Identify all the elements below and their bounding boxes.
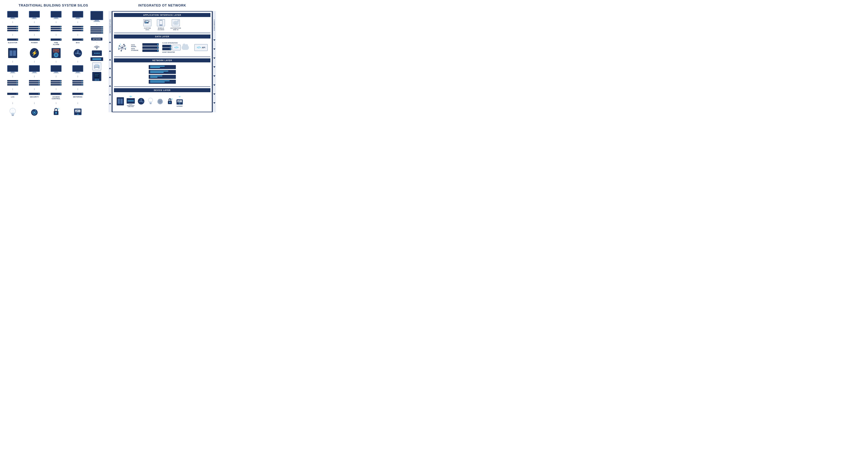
arrow-up-8 (109, 103, 111, 104)
elevator-col (4, 11, 22, 19)
lcs-label: LCS (11, 96, 14, 98)
svg-rect-27 (95, 64, 99, 66)
connectors-5 (4, 88, 87, 90)
svg-rect-5 (11, 114, 14, 116)
fire-col (47, 11, 65, 19)
automation-ai-item: AI AUTOMATION AND AI (170, 19, 181, 31)
fire-alarm-icon: FIRE (52, 48, 61, 58)
power-icon: ⚡ (30, 48, 39, 58)
arrow-up-7 (109, 94, 111, 95)
arrow-down-4 (213, 66, 215, 68)
automation-ai-label: AUTOMATION AND AI (170, 27, 181, 31)
svg-rect-91 (159, 99, 161, 100)
svg-rect-49 (149, 21, 150, 21)
fire-label: FIRE ALARM (53, 42, 59, 45)
svg-point-19 (58, 109, 59, 110)
svg-rect-6 (12, 116, 14, 116)
svg-rect-23 (77, 114, 79, 114)
svg-point-90 (159, 101, 161, 102)
lock-icon (52, 107, 61, 117)
arrow-down-7 (213, 94, 215, 95)
network-monitor (90, 11, 103, 22)
router-icon (92, 51, 102, 56)
switch-icon (90, 57, 103, 61)
svg-rect-48 (149, 21, 150, 22)
power-monitor (29, 11, 40, 19)
elevator-monitor (7, 11, 18, 19)
info-label: INFORMATION (109, 19, 111, 33)
svg-point-29 (98, 66, 99, 66)
network-layer-content (114, 62, 210, 87)
monitor-row-2 (4, 65, 87, 73)
device-bulb (148, 97, 154, 105)
wifi-router (92, 44, 102, 56)
automation-ai-icon: AI (172, 19, 180, 26)
arrow-down-3 (213, 58, 215, 59)
asset-register-label: ASSET REGISTER (162, 51, 189, 53)
strip-row: ELEVATOR POWER FIRE ALARM BAS (4, 38, 87, 45)
left-title: TRADITIONAL BUILDING SYSTEM SILOS (19, 4, 88, 7)
svg-text:AI: AI (177, 20, 179, 22)
ot-network-box: APPLICATION/ INTERFACE LAYER (112, 11, 212, 112)
svg-point-24 (96, 48, 97, 49)
api-box: </> API (194, 44, 208, 51)
security-monitor (29, 65, 40, 73)
svg-rect-26 (95, 66, 99, 67)
data-layer-header: DATA LAYER (114, 35, 210, 38)
custom-guis-item: CUSTOM GUIs (143, 19, 151, 31)
svg-point-56 (174, 21, 175, 23)
main-container: TRADITIONAL BUILDING SYSTEM SILOS (4, 4, 214, 120)
svg-point-22 (78, 112, 78, 112)
lcs-monitor (7, 65, 18, 73)
svg-rect-47 (147, 21, 147, 22)
server-row-2 (4, 80, 87, 86)
svg-point-95 (172, 100, 172, 100)
api-section: </> API (194, 44, 208, 51)
arrow-up-5 (109, 76, 111, 78)
app-layer-content: CUSTOM GUIs (114, 17, 210, 33)
phone-icon (92, 72, 101, 81)
bottom-icons-row (4, 107, 87, 118)
commands-label: COMMANDS (214, 20, 215, 31)
device-elevator (117, 97, 124, 105)
svg-rect-86 (150, 103, 152, 104)
svg-rect-54 (160, 20, 161, 21)
svg-point-35 (95, 80, 96, 80)
access-label: ACCESS CONTROL (52, 96, 60, 100)
svg-rect-43 (145, 23, 146, 23)
network-layer-header: NETWORK LAYER (114, 58, 210, 62)
svg-rect-52 (160, 21, 162, 24)
connectors-2 (4, 34, 87, 36)
device-layer-header: DEVICE LAYER (114, 88, 210, 92)
arrow-up-2 (109, 50, 111, 52)
svg-point-82 (130, 97, 131, 97)
mobile-item: MOBILE ACCESS (157, 19, 165, 31)
device-camera (156, 98, 164, 105)
connectors-6 (4, 102, 87, 104)
cloud-server-row: </> (162, 45, 189, 51)
arrow-down-5 (213, 75, 215, 77)
svg-point-13 (33, 111, 35, 113)
svg-rect-50 (149, 21, 150, 22)
data-storage-label: DATA STORAGE (131, 48, 139, 51)
right-title: INTEGRATED OT NETWORK (138, 4, 186, 7)
arrow-up-1 (109, 41, 111, 43)
connectors-1 (4, 21, 87, 23)
data-layer: DATA LAYER (114, 35, 210, 57)
cloud-integration-label: CLOUD INTEGRATION (162, 42, 189, 44)
svg-point-1 (56, 55, 57, 55)
svg-point-99 (179, 102, 180, 103)
svg-rect-100 (179, 103, 180, 104)
fan-icon (73, 48, 82, 58)
main-silos: ELEVATOR POWER FIRE ALARM BAS (4, 11, 87, 120)
connectors-4 (4, 75, 87, 77)
arrow-up-6 (109, 85, 111, 87)
svg-point-7 (11, 109, 14, 113)
rack-servers (149, 65, 176, 84)
mobile-label: MOBILE ACCESS (158, 27, 164, 31)
strip-row-2: LCS SECURITY ACCESS CONTROL METERING (4, 93, 87, 100)
bas-col (69, 11, 87, 19)
svg-point-36 (96, 80, 97, 80)
svg-rect-87 (150, 104, 151, 104)
svg-point-15 (35, 110, 36, 111)
